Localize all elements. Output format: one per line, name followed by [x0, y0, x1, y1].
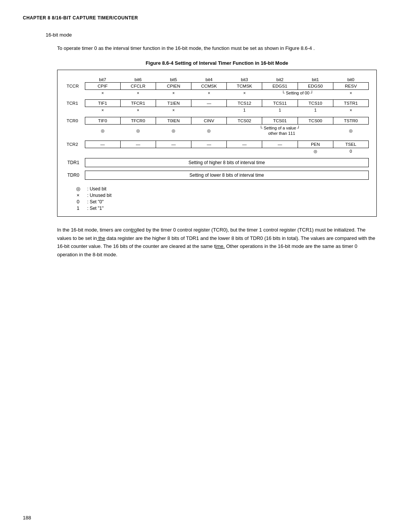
- tcr1-ann-0: ×: [333, 107, 368, 113]
- tcr1-row: TCR1 TIF1 TFCR1 T1IEN — TCS12 TCS11 TCS1…: [65, 100, 369, 107]
- tcr1-bit6: TFCR1: [120, 100, 156, 107]
- page-number: 188: [23, 515, 31, 521]
- tcr2-annotation-row: ◎ 0: [65, 148, 369, 155]
- tcr0-bit1: TCS00: [298, 117, 333, 124]
- bit3-header: bit3: [227, 77, 262, 83]
- tcr2-bit0: TSEL: [333, 141, 368, 148]
- cross-symbol: ×: [73, 192, 83, 198]
- tccr-setting-00: └ Setting of 00 ┘: [262, 89, 333, 96]
- tccr-bit5: CPIEN: [156, 82, 191, 89]
- intro-text: To operate timer 0 as the interval timer…: [57, 45, 388, 53]
- bit7-header: bit7: [85, 77, 120, 83]
- legend-set-1: 1 : Set "1": [73, 205, 369, 211]
- tcr1-ann-7: ×: [85, 107, 120, 113]
- tdr0-row: TDR0 Setting of lower 8 bits of interval…: [65, 171, 369, 180]
- tcr0-row: TCR0 TIF0 TFCR0 T0IEN CINV TCS02 TCS01 T…: [65, 117, 369, 124]
- tccr-bit7: CPIF: [85, 82, 120, 89]
- legend-set-0: 0 : Set "0": [73, 199, 369, 204]
- tcr0-ann-4: ◎: [191, 124, 227, 137]
- legend-unused-bit-text: : Unused bit: [87, 193, 112, 198]
- figure-title: Figure 8.6-4 Setting of Interval Timer F…: [57, 60, 377, 66]
- legend-used-bit: ◎ : Used bit: [73, 186, 369, 192]
- tdr0-label: TDR0: [65, 171, 85, 180]
- tccr-ann-3: ×: [227, 89, 262, 96]
- tcr1-bit7: TIF1: [85, 100, 120, 107]
- legend-set-0-text: : Set "0": [87, 199, 104, 204]
- chapter-header: CHAPTER 8 8/16-BIT CAPTURE TIMER/COUNTER: [23, 15, 388, 21]
- tdr1-label: TDR1: [65, 158, 85, 167]
- tcr1-bit2: TCS11: [262, 100, 298, 107]
- one-symbol: 1: [73, 205, 83, 211]
- zero-symbol: 0: [73, 199, 83, 204]
- tcr0-bit6: TFCR0: [120, 117, 156, 124]
- tcr0-bit7: TIF0: [85, 117, 120, 124]
- tcr0-bit0: TSTR0: [333, 117, 368, 124]
- figure-box: bit7 bit6 bit5 bit4 bit3 bit2 bit1 bit0 …: [57, 70, 377, 217]
- tccr-ann-7: ×: [85, 89, 120, 96]
- tcr1-bit4: —: [191, 100, 227, 107]
- tdr0-text: Setting of lower 8 bits of interval time: [85, 171, 369, 180]
- legend-set-1-text: : Set "1": [87, 206, 104, 211]
- tcr0-bit3: TCS02: [227, 117, 262, 124]
- tcr0-ann-0: ◎: [333, 124, 368, 137]
- section-title: 16-bit mode: [46, 32, 388, 38]
- tcr2-label: TCR2: [65, 141, 85, 148]
- tcr2-row: TCR2 — — — — — — PEN TSEL: [65, 141, 369, 148]
- tccr-ann-6: ×: [120, 89, 156, 96]
- tcr2-bit7: —: [85, 141, 120, 148]
- register-table: bit7 bit6 bit5 bit4 bit3 bit2 bit1 bit0 …: [65, 77, 369, 180]
- tcr0-label: TCR0: [65, 117, 85, 124]
- tcr1-bit0: TSTR1: [333, 100, 368, 107]
- tcr1-ann-2: 1: [262, 107, 298, 113]
- tcr1-bit1: TCS10: [298, 100, 333, 107]
- tcr0-bit2: TCS01: [262, 117, 298, 124]
- tcr2-ann-0: 0: [333, 148, 368, 155]
- tcr1-ann-1: 1: [298, 107, 333, 113]
- legend-area: ◎ : Used bit × : Unused bit 0 : Set "0" …: [73, 186, 369, 211]
- tccr-bit1: EDGS0: [298, 82, 333, 89]
- tccr-row: TCCR CPIF CFCLR CPIEN CCMSK TCMSK EDGS1 …: [65, 82, 369, 89]
- tcr2-bit2: —: [262, 141, 298, 148]
- tcr1-ann-3: 1: [227, 107, 262, 113]
- tcr2-bit4: —: [191, 141, 227, 148]
- tccr-bit0: RESV: [333, 82, 368, 89]
- tcr2-bit1: PEN: [298, 141, 333, 148]
- circle-symbol: ◎: [73, 186, 83, 192]
- tccr-bit4: CCMSK: [191, 82, 227, 89]
- tccr-bit3: TCMSK: [227, 82, 262, 89]
- tdr1-row: TDR1 Setting of higher 8 bits of interva…: [65, 158, 369, 167]
- tcr2-bit5: —: [156, 141, 191, 148]
- legend-unused-bit: × : Unused bit: [73, 192, 369, 198]
- tcr0-ann-7: ◎: [85, 124, 120, 137]
- tcr0-annotation-row: ◎ ◎ ◎ ◎ └ Setting of a value ┘ other tha…: [65, 124, 369, 137]
- tcr0-bit4: CINV: [191, 117, 227, 124]
- tcr0-ann-5: ◎: [156, 124, 191, 137]
- bit6-header: bit6: [120, 77, 156, 83]
- tccr-label: TCCR: [65, 82, 85, 89]
- tccr-ann-4: ×: [191, 89, 227, 96]
- tccr-annotation-row: × × × × × └ Setting of 00 ┘ ×: [65, 89, 369, 96]
- tcr1-annotation-row: × × × 1 1 1 ×: [65, 107, 369, 113]
- tcr0-setting-value: └ Setting of a value ┘ other than 111: [227, 124, 333, 137]
- bit-header-row: bit7 bit6 bit5 bit4 bit3 bit2 bit1 bit0: [65, 77, 369, 83]
- tcr1-ann-5: ×: [156, 107, 191, 113]
- tccr-bit6: CFCLR: [120, 82, 156, 89]
- tcr1-ann-6: ×: [120, 107, 156, 113]
- tccr-ann-5: ×: [156, 89, 191, 96]
- tcr0-bit5: T0IEN: [156, 117, 191, 124]
- body-text: In the 16-bit mode, timers are controlle…: [57, 226, 377, 259]
- tcr1-ann-4: [191, 107, 227, 113]
- tccr-bit2: EDGS1: [262, 82, 298, 89]
- bit0-header: bit0: [333, 77, 368, 83]
- tcr2-bit3: —: [227, 141, 262, 148]
- bit2-header: bit2: [262, 77, 298, 83]
- tdr1-text: Setting of higher 8 bits of interval tim…: [85, 158, 369, 167]
- bit1-header: bit1: [298, 77, 333, 83]
- bit4-header: bit4: [191, 77, 227, 83]
- tcr2-ann-1: ◎: [298, 148, 333, 155]
- bit5-header: bit5: [156, 77, 191, 83]
- tcr1-bit3: TCS12: [227, 100, 262, 107]
- tcr0-ann-6: ◎: [120, 124, 156, 137]
- tcr2-bit6: —: [120, 141, 156, 148]
- tcr1-bit5: T1IEN: [156, 100, 191, 107]
